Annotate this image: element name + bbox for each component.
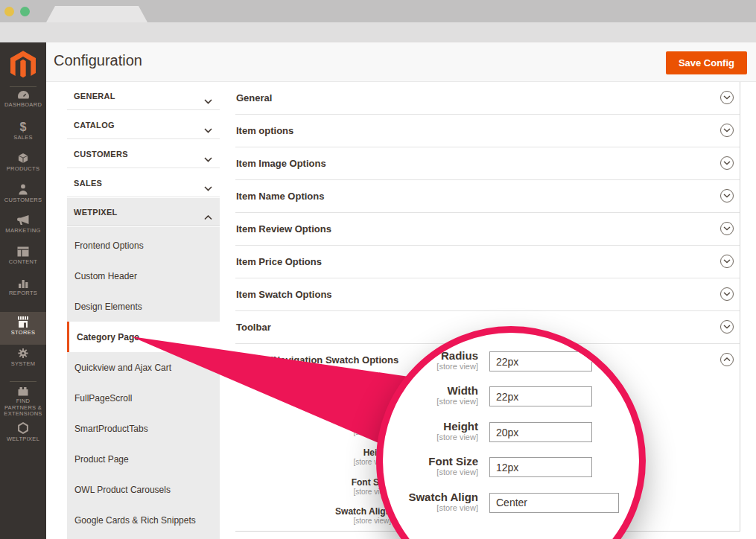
field-label: Font Size [381,456,478,468]
chevron-down-icon [204,94,212,107]
font-size-input-zoomed[interactable] [489,457,592,477]
field-scope-hint: [store view] [381,503,478,513]
accordion-item-options[interactable]: Item options [235,115,740,147]
config-section-sales[interactable]: SALES [67,169,220,197]
field-label: Font Size [235,478,391,488]
field-label: Height [381,421,478,433]
chevron-down-icon [204,152,212,165]
field-label: Swatch Align [381,491,478,503]
config-subitem-custom-header[interactable]: Custom Header [67,261,220,291]
config-subitem-design-elements[interactable]: Design Elements [67,291,220,322]
customers-icon [18,184,28,195]
config-section-general[interactable]: GENERAL [67,82,220,110]
zoom-row-width: Width [store view] [383,386,626,407]
accordion-general[interactable]: General [235,82,740,115]
sidebar-item-sales[interactable]: $ SALES [0,121,46,141]
config-subitem-owl-carousels[interactable]: OWL Product Carousels [67,474,220,505]
zoom-row-font-size: Font Size [store view] [383,457,626,478]
page-header: Configuration Save Config [46,42,756,82]
sidebar-item-stores[interactable]: STORES [0,312,46,345]
accordion-item-swatch-options[interactable]: Item Swatch Options [235,278,740,311]
sidebar-item-marketing[interactable]: MARKETING [0,215,46,235]
field-label: Swatch Align [235,507,391,517]
swatch-align-select-zoomed[interactable]: Center [489,493,619,513]
chevron-down-circle-icon[interactable] [720,255,734,268]
chevron-down-icon [204,181,212,194]
config-subitem-google-cards[interactable]: Google Cards & Rich Snippets [67,505,220,535]
config-subitem-category-page[interactable]: Category Page [67,322,220,352]
chevron-down-circle-icon[interactable] [720,156,734,170]
config-subitem-fullpagescroll[interactable]: FullPageScroll [67,383,220,413]
field-label: Height [235,448,391,458]
window-zoom-icon[interactable] [20,7,30,16]
sidebar-item-content[interactable]: CONTENT [0,246,46,266]
field-scope-hint: [store view] [235,517,391,526]
svg-text:$: $ [20,121,27,133]
chevron-down-circle-icon[interactable] [720,189,734,202]
sidebar-item-products[interactable]: PRODUCTS [0,153,46,173]
chevron-down-circle-icon[interactable] [720,287,734,301]
chevron-down-circle-icon[interactable] [720,91,734,104]
weltpixel-icon [17,422,29,434]
field-label: Radius [235,389,391,398]
field-scope-hint: [store view] [381,433,478,442]
content-icon [17,246,29,257]
sidebar-item-reports[interactable]: REPORTS [0,278,46,297]
field-scope-hint: [store view] [381,397,478,406]
config-section-customers[interactable]: CUSTOMERS [67,140,220,168]
width-input-zoomed[interactable] [489,386,592,406]
config-subsection-list: Frontend Options Custom Header Design El… [67,227,220,539]
radius-input-zoomed[interactable] [489,351,592,371]
magento-logo-icon[interactable] [10,51,36,80]
config-section-nav: GENERAL CATALOG CUSTOMERS SALES WETPIXEL… [67,82,220,539]
chevron-down-circle-icon[interactable] [720,124,734,137]
sidebar-item-find-partners[interactable]: FIND PARTNERS & EXTENSIONS [0,386,46,418]
products-icon [17,153,29,164]
magento-admin-window: DASHBOARD $ SALES PRODUCTS CUSTOMERS MAR… [0,0,756,539]
config-subitem-smartproducttabs[interactable]: SmartProductTabs [67,413,220,444]
window-minimize-icon[interactable] [4,7,14,16]
config-section-wetpixel[interactable]: WETPIXEL [67,198,220,226]
height-input-zoomed[interactable] [489,422,592,442]
reports-icon [18,278,29,288]
browser-titlebar [0,0,756,22]
config-subitem-frontend-options[interactable]: Frontend Options [67,230,220,261]
accordion-item-image-options[interactable]: Item Image Options [235,147,740,180]
stores-icon [17,316,29,328]
browser-tab[interactable] [46,6,147,22]
system-icon [17,348,29,359]
accordion-item-price-options[interactable]: Item Price Options [235,246,740,278]
chevron-down-circle-icon[interactable] [720,222,734,235]
chevron-up-circle-icon[interactable] [720,353,734,366]
accordion-item-name-options[interactable]: Item Name Options [235,180,740,213]
chevron-down-circle-icon[interactable] [720,320,734,334]
page-title: Configuration [54,52,142,69]
config-section-catalog[interactable]: CATALOG [67,111,220,139]
browser-toolbar [0,22,756,42]
sidebar-divider [10,381,36,382]
dashboard-icon [17,90,30,100]
chevron-down-icon [204,123,212,136]
field-scope-hint: [store view] [235,488,391,497]
config-subitem-quickview[interactable]: Quickview and Ajax Cart [67,352,220,383]
field-scope-hint: [store view] [381,468,478,477]
chevron-up-icon [204,210,212,223]
sidebar-item-system[interactable]: SYSTEM [0,348,46,368]
field-scope-hint: [store view] [235,458,391,467]
extensions-icon [17,386,29,396]
admin-sidebar: DASHBOARD $ SALES PRODUCTS CUSTOMERS MAR… [0,42,46,539]
field-scope-hint: [store view] [235,428,391,437]
save-config-button[interactable]: Save Config [666,51,747,74]
zoom-row-height: Height [store view] [383,422,626,443]
sidebar-divider [10,86,36,87]
field-label: Width [235,418,391,428]
sales-icon: $ [17,121,29,133]
marketing-icon [17,215,30,226]
sidebar-item-weltpixel[interactable]: WELTPIXEL [0,422,46,443]
zoom-row-swatch-align: Swatch Align [store view] Center [383,493,626,514]
accordion-item-review-options[interactable]: Item Review Options [235,213,740,246]
sidebar-item-dashboard[interactable]: DASHBOARD [0,90,46,109]
config-subitem-product-page[interactable]: Product Page [67,444,220,474]
sidebar-item-customers[interactable]: CUSTOMERS [0,184,46,204]
field-scope-hint: [store view] [235,398,391,407]
